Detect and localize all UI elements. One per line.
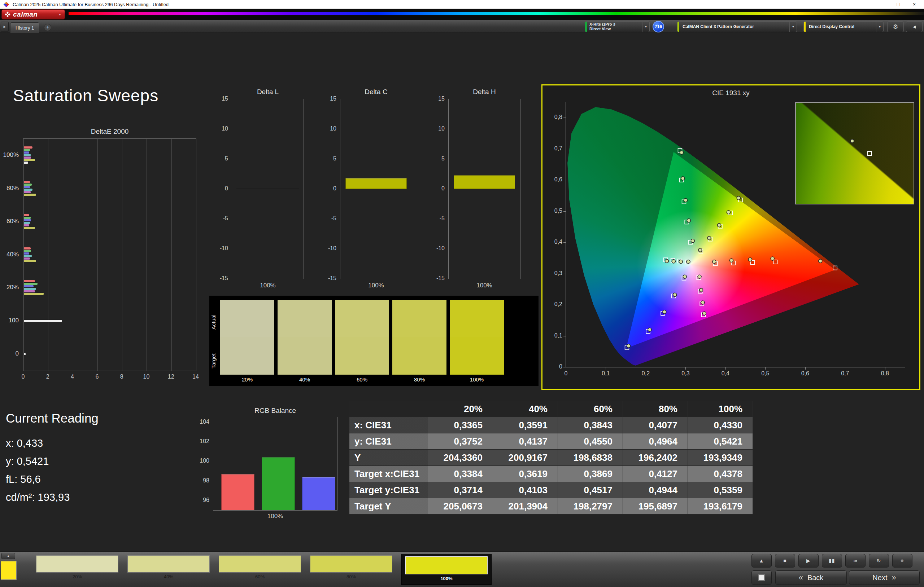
- swatch-label: 100%: [450, 375, 504, 384]
- chart-title: Delta C: [340, 88, 412, 96]
- deltae-bar: [24, 260, 36, 262]
- meter-dropdown[interactable]: X-Rite i1Pro 3 Direct View ▼: [585, 21, 650, 32]
- value-cell: 0,3384: [428, 466, 493, 482]
- tick: [563, 242, 566, 243]
- table-row: Target y:CIE310,37140,41030,45170,49440,…: [350, 482, 753, 498]
- measured-point: [729, 258, 733, 262]
- reading-x: x: 0,433: [6, 434, 186, 452]
- tab-label: History 1: [15, 25, 34, 31]
- y-tick-label: 100: [193, 457, 210, 464]
- target-label: Target: [210, 341, 216, 381]
- pause-button[interactable]: ▮▮: [822, 554, 842, 567]
- x-axis-label: 100%: [340, 282, 412, 289]
- add-tab-button[interactable]: +: [44, 24, 51, 31]
- x-tick-label: 0,4: [719, 370, 732, 377]
- measured-point: [718, 224, 721, 227]
- y-tick-label: -5: [430, 215, 445, 222]
- record-button[interactable]: ●: [892, 554, 912, 567]
- patch-label: 40%: [127, 572, 210, 580]
- current-reading: Current Reading x: 0,433 y: 0,5421 fL: 5…: [6, 411, 186, 506]
- pattern-patch-80%[interactable]: 80%: [310, 555, 392, 580]
- pattern-patch-20%[interactable]: 20%: [36, 555, 119, 580]
- next-chevron-icon: »: [891, 573, 896, 582]
- y-tick-label: 0,7: [546, 145, 562, 152]
- logo-menu-chevron-icon[interactable]: ▼: [53, 11, 61, 18]
- history-panel-expand-button[interactable]: ▶: [1, 21, 9, 32]
- x-tick-label: 0,7: [838, 370, 851, 377]
- pattern-patch-60%[interactable]: 60%: [219, 555, 301, 580]
- back-button[interactable]: « Back: [775, 571, 847, 585]
- tick: [563, 180, 566, 180]
- play-button[interactable]: ▶: [799, 554, 818, 567]
- actual-swatch: [392, 300, 447, 337]
- target-swatch: [392, 337, 447, 375]
- delta-bar: [345, 178, 407, 189]
- x-tick-label: 8: [118, 373, 125, 380]
- value-cell: 0,3591: [493, 417, 558, 433]
- eject-button[interactable]: ▲: [751, 554, 772, 567]
- value-cell: 193,9349: [688, 450, 753, 465]
- deltae-bar: [24, 227, 35, 229]
- rainbow-stripe: [69, 12, 924, 15]
- rgb-balance-chart: RGB Balance 1041021009896 100%: [195, 407, 339, 526]
- maximize-button[interactable]: □: [891, 0, 906, 8]
- next-button[interactable]: Next »: [849, 571, 920, 585]
- pattern-patches: 20%40%60%80%100%: [36, 555, 492, 585]
- y-tick-label: -10: [430, 245, 445, 252]
- y-tick-label: 60%: [0, 218, 19, 225]
- collapse-toolbar-button[interactable]: ◀: [906, 21, 922, 32]
- value-cell: 0,4378: [688, 466, 753, 482]
- cie-diagram-panel: CIE 1931 xy 00,10,20,30,40,50,60,70,800,…: [541, 84, 921, 390]
- display-control-dropdown[interactable]: Direct Display Control ▼: [804, 21, 884, 32]
- meter-count-badge[interactable]: 716: [653, 21, 664, 33]
- pattern-patch-40%[interactable]: 40%: [127, 555, 210, 580]
- deltae-bar: [24, 320, 62, 322]
- deltae-bar: [24, 214, 29, 216]
- y-tick-label: 10: [214, 125, 228, 132]
- y-tick-label: 0: [322, 185, 337, 192]
- x-tick-label: 0: [19, 373, 27, 380]
- deltae-bar: [24, 224, 29, 227]
- header-cell: 60%: [558, 401, 623, 417]
- y-tick-label: -15: [430, 275, 445, 281]
- settings-gear-button[interactable]: ⚙: [887, 21, 904, 32]
- pattern-source-dropdown[interactable]: CalMAN Client 3 Pattern Generator ▼: [677, 21, 797, 32]
- stop-button[interactable]: ■: [775, 554, 795, 567]
- chevron-down-icon: ▼: [789, 21, 797, 32]
- row-label: y: CIE31: [350, 433, 428, 449]
- value-cell: 196,2402: [623, 450, 688, 465]
- current-reading-title: Current Reading: [6, 411, 186, 426]
- measured-point: [701, 301, 705, 304]
- table-row: Target Y205,0673201,3904198,2797195,6897…: [350, 498, 753, 515]
- measured-point: [663, 310, 666, 314]
- delta-bar: [454, 175, 515, 189]
- y-tick-label: 100: [0, 317, 19, 324]
- bottombar-expand-button[interactable]: ▲: [2, 553, 15, 559]
- chevron-down-icon: ▼: [876, 21, 883, 32]
- deltae-bar: [24, 222, 30, 224]
- measured-point: [672, 260, 675, 263]
- close-button[interactable]: ×: [907, 0, 922, 8]
- swatch-column: 100%: [450, 300, 504, 384]
- y-tick-label: 104: [193, 419, 210, 425]
- table-row: y: CIE310,37520,41370,45500,49640,5421: [350, 433, 753, 450]
- pattern-window-button[interactable]: [751, 571, 772, 585]
- tick: [845, 367, 845, 370]
- y-tick-label: 0,1: [546, 332, 562, 339]
- back-label: Back: [807, 574, 823, 582]
- refresh-button[interactable]: ↻: [869, 554, 889, 567]
- value-cell: 201,3904: [493, 498, 558, 514]
- value-cell: 193,6179: [688, 498, 753, 514]
- calman-logo-button[interactable]: calman ▼: [2, 9, 65, 20]
- swatch-column: 60%: [335, 300, 389, 384]
- x-tick-label: 0: [559, 370, 573, 377]
- header-cell: 40%: [493, 401, 558, 417]
- measured-point: [737, 196, 740, 200]
- value-cell: 0,3869: [558, 466, 623, 482]
- swatch-strip: Actual Target 20%40%60%80%100%: [210, 296, 538, 386]
- loop-button[interactable]: ∞: [845, 554, 866, 567]
- tab-history-1[interactable]: History 1: [10, 22, 40, 33]
- y-tick-label: 5: [430, 155, 445, 162]
- minimize-button[interactable]: –: [875, 0, 890, 8]
- pattern-patch-100%[interactable]: 100%: [401, 554, 492, 585]
